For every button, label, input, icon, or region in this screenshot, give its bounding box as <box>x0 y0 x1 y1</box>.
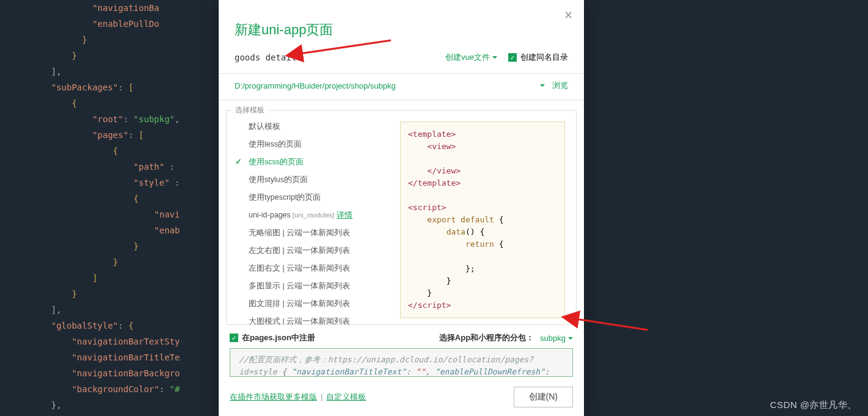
template-item[interactable]: 使用scss的页面 <box>227 153 393 171</box>
browse-button[interactable]: 浏览 <box>552 80 568 91</box>
page-style-editor[interactable]: //配置页面样式，参考：https://uniapp.dcloud.io/col… <box>230 348 573 377</box>
template-fieldset: 选择模板 默认模板使用less的页面使用scss的页面使用stylus的页面使用… <box>226 105 577 325</box>
template-item[interactable]: 无略缩图 | 云端一体新闻列表 <box>227 224 393 242</box>
template-legend: 选择模板 <box>232 105 268 115</box>
chevron-down-icon <box>568 337 573 342</box>
template-item[interactable]: 使用less的页面 <box>227 136 393 153</box>
template-item[interactable]: 左图右文 | 云端一体新闻列表 <box>227 260 393 277</box>
template-item[interactable]: 图文混排 | 云端一体新闻列表 <box>227 295 393 313</box>
create-vue-dropdown[interactable]: 创建vue文件 <box>445 52 497 63</box>
template-item[interactable]: 默认模板 <box>227 118 393 136</box>
dialog-title: 新建uni-app页面 <box>219 0 584 45</box>
chevron-down-icon[interactable] <box>540 84 545 89</box>
template-item[interactable]: 多图显示 | 云端一体新闻列表 <box>227 277 393 295</box>
preview-code: <template> <view> </view> </template> <s… <box>400 122 565 318</box>
watermark: CSDN @亦世凡华、 <box>770 400 857 411</box>
more-templates-link[interactable]: 在插件市场获取更多模版 <box>230 392 317 401</box>
template-item[interactable]: 左文右图 | 云端一体新闻列表 <box>227 242 393 260</box>
create-button[interactable]: 创建(N) <box>514 387 573 407</box>
subpkg-dropdown[interactable]: subpkg <box>540 334 573 343</box>
register-row: ✓在pages.json中注册 选择App和小程序的分包： subpkg <box>219 325 584 348</box>
name-row: 创建vue文件 ✓创建同名目录 <box>219 45 584 74</box>
template-item[interactable]: 使用stylus的页面 <box>227 171 393 189</box>
template-item[interactable]: uni-id-pages [uni_modules]详情 <box>227 206 393 224</box>
custom-template-link[interactable]: 自定义模板 <box>326 392 366 401</box>
page-name-input[interactable] <box>235 50 344 65</box>
template-preview: <template> <view> </view> </template> <s… <box>393 115 576 324</box>
path-text: D:/programming/HBuider/project/shop/subp… <box>235 81 538 90</box>
chevron-down-icon <box>492 56 497 61</box>
register-checkbox[interactable]: ✓在pages.json中注册 <box>230 332 315 343</box>
select-pkg-label: 选择App和小程序的分包： <box>439 332 534 343</box>
template-list[interactable]: 默认模板使用less的页面使用scss的页面使用stylus的页面使用types… <box>227 115 393 324</box>
close-icon[interactable]: ✕ <box>564 9 573 22</box>
path-row: D:/programming/HBuider/project/shop/subp… <box>219 74 584 100</box>
new-page-dialog: ✕ 新建uni-app页面 创建vue文件 ✓创建同名目录 D:/program… <box>219 0 584 416</box>
template-item[interactable]: 使用typescript的页面 <box>227 189 393 206</box>
same-dir-checkbox[interactable]: ✓创建同名目录 <box>508 52 568 63</box>
template-item[interactable]: 大图模式 | 云端一体新闻列表 <box>227 313 393 324</box>
dialog-footer: 在插件市场获取更多模版|自定义模板 创建(N) <box>219 377 584 416</box>
